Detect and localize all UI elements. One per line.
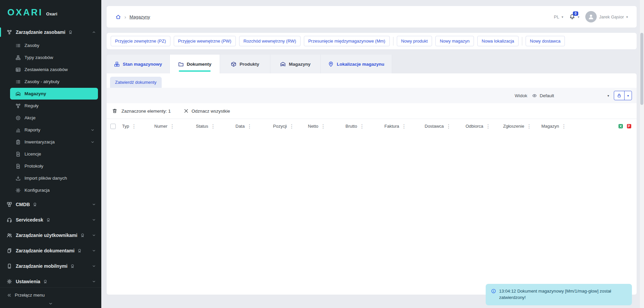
notifications-button[interactable]: 0 ▾ — [569, 14, 579, 20]
lock-segment[interactable] — [614, 91, 624, 100]
avatar — [585, 11, 597, 22]
table-header-row: Typ⋮Numer⋮Status⋮Data⋮Pozycji⋮Netto⋮Brut… — [107, 119, 637, 133]
sidebar-item-label: Zasoby - atrybuty — [24, 79, 59, 84]
excel-icon[interactable] — [618, 123, 624, 129]
pdf-icon[interactable] — [626, 123, 632, 129]
sidebar-item-konfiguracja[interactable]: Konfiguracja — [10, 184, 98, 196]
sidebar-section-zarządzanie-dokumentami[interactable]: Zarządzanie dokumentami — [0, 244, 101, 258]
action-button-nowy-dostawca[interactable]: Nowy dostawca — [526, 36, 565, 46]
toast-message: 13:04:12 Dokument magazynowy [Mm/1/mag-g… — [499, 288, 627, 301]
sidebar-item-typy-zasobów[interactable]: Typy zasobów — [10, 52, 98, 63]
tree-icon — [15, 55, 21, 60]
sidebar-item-label: Reguły — [24, 103, 39, 108]
lock-dropdown[interactable]: ▾ — [624, 91, 632, 100]
warehouse-icon — [15, 91, 21, 97]
sidebar-section-servicedesk[interactable]: Servicedesk — [0, 213, 101, 227]
sidebar-item-reguły[interactable]: Reguły — [10, 100, 98, 112]
sidebar-item-zestawienia-zasobów[interactable]: Zestawienia zasobów — [10, 64, 98, 75]
view-select[interactable]: Default ▾ — [532, 93, 609, 98]
clear-selection-button[interactable]: Odznacz wszystkie — [183, 108, 230, 114]
action-button-przesunięcie-międzymagazynowe-mm[interactable]: Przesunięcie międzymagazynowe (Mm) — [304, 36, 390, 46]
chev-down-icon — [92, 218, 96, 222]
toast-notification: 13:04:12 Dokument magazynowy [Mm/1/mag-g… — [486, 284, 632, 305]
sidebar-section-cmdb[interactable]: CMDB — [0, 197, 101, 211]
column-menu-icon[interactable]: ⋮ — [526, 124, 532, 129]
nodes-icon — [7, 29, 12, 35]
sidebar-item-licencje[interactable]: Licencje — [10, 148, 98, 160]
column-menu-icon[interactable]: ⋮ — [320, 124, 326, 129]
sidebar-section-label: CMDB — [16, 202, 30, 207]
sidebar-item-inwentaryzacja[interactable]: Inwentaryzacja — [10, 136, 98, 148]
column-header-netto: Netto⋮ — [305, 124, 343, 129]
sidebar-item-zasoby[interactable]: Zasoby — [10, 40, 98, 51]
tab-stan-magazynowy[interactable]: Stan magazynowy — [107, 55, 170, 73]
action-button-przyjęcie-wewnętrzne-pw[interactable]: Przyjęcie wewnętrzne (PW) — [174, 36, 236, 46]
column-menu-icon[interactable]: ⋮ — [131, 124, 137, 129]
pin-icon — [328, 61, 334, 67]
action-button-rozchód-wewnętrzny-rw[interactable]: Rozchód wewnętrzny (RW) — [239, 36, 301, 46]
breadcrumb: › Magazyny — [115, 14, 150, 20]
sidebar-item-label: Typy zasobów — [24, 55, 53, 60]
tab-label: Dokumenty — [187, 62, 212, 67]
sidebar-item-magazyny[interactable]: Magazyny — [10, 88, 98, 100]
sidebar-item-label: Import plików danych — [24, 176, 67, 181]
lock-view-button[interactable]: ▾ — [614, 91, 632, 100]
language-switcher[interactable]: PL ▾ — [554, 14, 563, 19]
home-icon — [115, 14, 121, 20]
breadcrumb-current[interactable]: Magazyny — [129, 14, 150, 19]
column-menu-icon[interactable]: ⋮ — [561, 124, 567, 129]
column-menu-icon[interactable]: ⋮ — [246, 124, 253, 129]
action-button-nowa-lokalizacja[interactable]: Nowa lokalizacja — [477, 36, 519, 46]
column-menu-icon[interactable]: ⋮ — [288, 124, 295, 129]
sidebar-section-zarządzanie-zasobami[interactable]: Zarządzanie zasobami — [0, 25, 101, 39]
sidebar-section-ustawienia[interactable]: Ustawienia — [0, 274, 101, 287]
chevron-down-icon: ▾ — [561, 15, 563, 19]
sidebar-item-label: Protokoły — [24, 164, 43, 169]
home-button[interactable] — [115, 14, 121, 20]
sidebar-section-label: Zarządzanie zasobami — [16, 29, 65, 35]
sidebar-item-raporty[interactable]: Raporty — [10, 124, 98, 136]
column-header-dostawca: Dostawca⋮ — [422, 124, 463, 129]
trash-icon[interactable] — [112, 108, 117, 114]
chevron-down-icon — [48, 301, 53, 306]
person-icon — [588, 13, 594, 20]
sidebar-item-label: Inwentaryzacja — [24, 139, 55, 144]
column-menu-icon[interactable]: ⋮ — [359, 124, 365, 129]
column-menu-icon[interactable]: ⋮ — [401, 124, 407, 129]
sidebar-item-protokoły[interactable]: Protokoły — [10, 160, 98, 172]
column-label: Brutto — [345, 124, 357, 129]
tab-produkty[interactable]: Produkty — [220, 55, 270, 73]
action-button-nowy-produkt[interactable]: Nowy produkt — [397, 36, 432, 46]
column-menu-icon[interactable]: ⋮ — [485, 124, 491, 129]
sidebar-item-zasoby-atrybuty[interactable]: Zasoby - atrybuty — [10, 76, 98, 87]
main-area: › Magazyny PL ▾ 0 ▾ Jarek Gąsior ▾ Przyj… — [101, 0, 644, 308]
user-menu[interactable]: Jarek Gąsior ▾ — [585, 11, 628, 22]
column-menu-icon[interactable]: ⋮ — [445, 124, 452, 129]
sidebar-item-label: Raporty — [24, 127, 40, 132]
column-label: Magazyn — [541, 124, 559, 129]
column-menu-icon[interactable]: ⋮ — [210, 124, 216, 129]
sidebar-item-import-plików-danych[interactable]: Import plików danych — [10, 172, 98, 184]
sidebar-section-zarządzanie-mobilnymi[interactable]: Zarządzanie mobilnymi — [0, 259, 101, 273]
action-group-divider — [522, 37, 522, 46]
menu-toggle[interactable]: Przełącz menu — [0, 290, 101, 301]
scrollbar-thumb[interactable] — [640, 33, 643, 105]
sidebar-section-zarządzanie-użytkownikami[interactable]: Zarządzanie użytkownikami — [0, 228, 101, 242]
badge-icon — [70, 264, 75, 268]
select-all-checkbox[interactable] — [110, 124, 116, 129]
tab-bar: Stan magazynowyDokumentyProduktyMagazyny… — [107, 55, 637, 73]
sidebar-collapse-chevron[interactable] — [0, 301, 101, 307]
sidebar-item-akcje[interactable]: Akcje — [10, 112, 98, 124]
doc-icon — [15, 151, 21, 157]
action-button-nowy-magazyn[interactable]: Nowy magazyn — [435, 36, 474, 46]
column-menu-icon[interactable]: ⋮ — [169, 124, 175, 129]
tab-lokalizacje-magazynu[interactable]: Lokalizacje magazynu — [321, 55, 392, 73]
eye-icon — [532, 93, 537, 98]
action-button-przyjęcie-zewnętrzne-pz[interactable]: Przyjęcie zewnętrzne (PZ) — [111, 36, 170, 46]
selection-bar: Zaznaczone elementy: 1 Odznacz wszystkie — [107, 103, 637, 119]
tab-magazyny[interactable]: Magazyny — [270, 55, 321, 73]
view-value: Default — [540, 93, 554, 98]
approve-documents-button[interactable]: Zatwierdź dokumenty — [110, 77, 162, 88]
gear-icon — [7, 279, 12, 284]
tab-dokumenty[interactable]: Dokumenty — [170, 55, 220, 73]
